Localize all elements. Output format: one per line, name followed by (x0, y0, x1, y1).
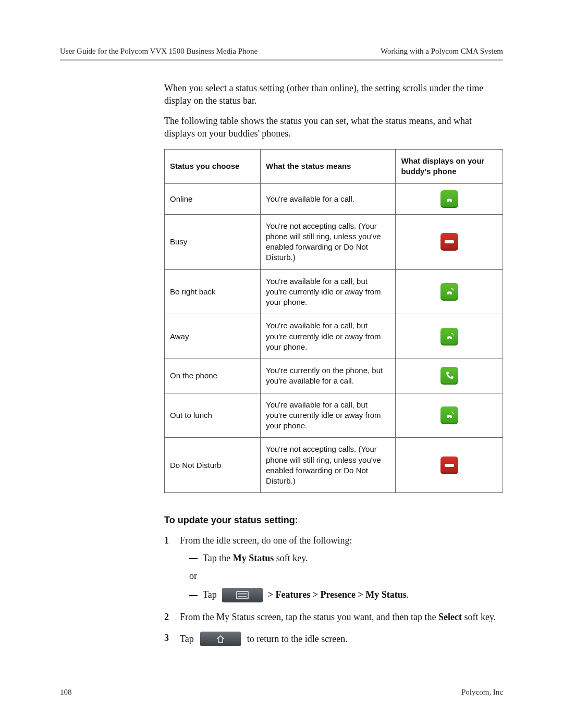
dash-icon (189, 595, 198, 596)
page-number: 108 (60, 688, 72, 697)
meaning-cell: You're not accepting calls. (Your phone … (261, 214, 396, 269)
step1-text: From the idle screen, do one of the foll… (180, 535, 352, 546)
step1-bullet1-text: Tap the My Status soft key. (203, 552, 308, 564)
status-cell: Away (165, 314, 261, 359)
intro-paragraph-2: The following table shows the status you… (164, 115, 503, 140)
intro-paragraph-1: When you select a status setting (other … (164, 82, 503, 107)
steps-list: From the idle screen, do one of the foll… (164, 534, 503, 646)
table-row: Online You're available for a call. (165, 183, 503, 214)
meaning-cell: You're not accepting calls. (Your phone … (261, 438, 396, 493)
header-left: User Guide for the Polycom VVX 1500 Busi… (60, 47, 258, 56)
document-page: { "header": { "left": "User Guide for th… (0, 0, 563, 728)
table-body: Online You're available for a call. Busy… (165, 183, 503, 493)
online-icon (440, 190, 458, 208)
step1-bullet2: Tap > Features > Presence > My Status. (189, 588, 503, 602)
th-display: What displays on your buddy's phone (396, 150, 503, 184)
running-header: User Guide for the Polycom VVX 1500 Busi… (60, 47, 503, 61)
away-icon (440, 328, 458, 346)
meaning-cell: You're available for a call, but you're … (261, 314, 396, 359)
section-heading: To update your status setting: (164, 514, 503, 526)
busy-icon (440, 456, 458, 474)
step3-text: Tap to return to the idle screen. (180, 632, 348, 646)
home-softkey-icon (200, 632, 241, 646)
company-name: Polycom, Inc (461, 688, 503, 697)
icon-cell (396, 314, 503, 359)
page-footer: 108 Polycom, Inc (60, 688, 503, 697)
step-1: From the idle screen, do one of the foll… (164, 534, 503, 602)
step1-bullet2-text: Tap > Features > Presence > My Status. (203, 588, 409, 602)
body-column: When you select a status setting (other … (164, 82, 503, 646)
status-cell: Busy (165, 214, 261, 269)
onphone-icon (440, 367, 458, 385)
status-cell: Online (165, 183, 261, 214)
icon-cell (396, 393, 503, 438)
meaning-cell: You're available for a call, but you're … (261, 269, 396, 314)
icon-cell (396, 183, 503, 214)
menu-softkey-icon (222, 588, 263, 602)
dash-icon (189, 558, 198, 559)
status-cell: Be right back (165, 269, 261, 314)
busy-icon (440, 233, 458, 251)
meaning-cell: You're currently on the phone, but you'r… (261, 359, 396, 393)
status-cell: Out to lunch (165, 393, 261, 438)
step1-or: or (189, 570, 503, 582)
away-icon (440, 283, 458, 301)
meaning-cell: You're available for a call. (261, 183, 396, 214)
table-row: Be right back You're available for a cal… (165, 269, 503, 314)
step2-text: From the My Status screen, tap the statu… (180, 612, 496, 622)
status-cell: On the phone (165, 359, 261, 393)
icon-cell (396, 214, 503, 269)
table-row: On the phone You're currently on the pho… (165, 359, 503, 393)
status-table: Status you choose What the status means … (164, 149, 503, 493)
away-icon (440, 406, 458, 424)
status-cell: Do Not Disturb (165, 438, 261, 493)
th-status: Status you choose (165, 150, 261, 184)
table-row: Out to lunch You're available for a call… (165, 393, 503, 438)
meaning-cell: You're available for a call, but you're … (261, 393, 396, 438)
icon-cell (396, 359, 503, 393)
table-row: Away You're available for a call, but yo… (165, 314, 503, 359)
icon-cell (396, 269, 503, 314)
header-right: Working with a Polycom CMA System (381, 47, 503, 56)
table-row: Do Not Disturb You're not accepting call… (165, 438, 503, 493)
step1-bullet1: Tap the My Status soft key. (189, 552, 503, 564)
step-3: Tap to return to the idle screen. (164, 632, 503, 646)
table-row: Busy You're not accepting calls. (Your p… (165, 214, 503, 269)
th-meaning: What the status means (261, 150, 396, 184)
icon-cell (396, 438, 503, 493)
step-2: From the My Status screen, tap the statu… (164, 611, 503, 623)
table-header-row: Status you choose What the status means … (165, 150, 503, 184)
